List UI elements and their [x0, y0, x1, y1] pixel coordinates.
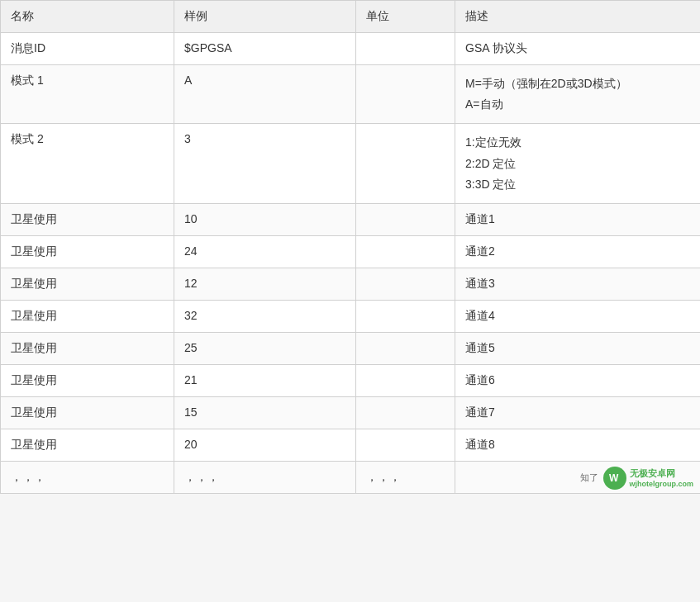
table-row: 模式 231:定位无效2:2D 定位3:3D 定位: [1, 124, 701, 204]
cell-desc: 通道2: [455, 235, 701, 268]
cell-desc-content: M=手动（强制在2D或3D模式）A=自动: [465, 73, 690, 115]
cell-example: A: [174, 65, 356, 124]
cell-unit: [356, 203, 455, 235]
cell-name: 卫星使用: [1, 364, 174, 396]
cell-example: 10: [174, 203, 356, 235]
watermark-logo-text: 无极安卓网: [630, 467, 694, 480]
cell-name: 卫星使用: [1, 429, 174, 461]
table-row: 卫星使用15通道7: [1, 396, 701, 429]
table-row: 卫星使用24通道2: [1, 235, 701, 268]
watermark: 知了W无极安卓网wjhotelgroup.com: [580, 467, 694, 490]
watermark-logo: W无极安卓网wjhotelgroup.com: [603, 467, 694, 490]
cell-desc-content: 1:定位无效2:2D 定位3:3D 定位: [465, 132, 690, 195]
cell-unit: [356, 268, 455, 300]
cell-unit: [356, 429, 455, 461]
cell-example: ，，，: [174, 461, 356, 493]
table-row: 消息ID$GPGSAGSA 协议头: [1, 33, 701, 65]
cell-example: 3: [174, 124, 356, 204]
cell-name: 模式 2: [1, 124, 174, 204]
watermark-icon: W: [603, 467, 626, 490]
cell-name: 模式 1: [1, 65, 174, 124]
cell-unit: [356, 332, 455, 364]
cell-example: 25: [174, 332, 356, 364]
table-header-row: 名称 样例 单位 描述: [1, 1, 701, 33]
table-row: ，，，，，，，，，知了W无极安卓网wjhotelgroup.com: [1, 461, 701, 493]
cell-example: 21: [174, 364, 356, 396]
table-row: 卫星使用10通道1: [1, 203, 701, 235]
cell-unit: [356, 235, 455, 268]
header-desc: 描述: [455, 1, 701, 33]
header-name: 名称: [1, 1, 174, 33]
cell-desc: M=手动（强制在2D或3D模式）A=自动: [455, 65, 701, 124]
cell-unit: [356, 65, 455, 124]
main-table-container: 名称 样例 单位 描述 消息ID$GPGSAGSA 协议头模式 1AM=手动（强…: [0, 0, 700, 494]
cell-name: 卫星使用: [1, 396, 174, 429]
cell-name: 卫星使用: [1, 268, 174, 300]
watermark-text: 知了: [580, 472, 598, 484]
cell-desc: 通道4: [455, 300, 701, 332]
table-row: 卫星使用12通道3: [1, 268, 701, 300]
cell-desc: GSA 协议头: [455, 33, 701, 65]
cell-unit: ，，，: [356, 461, 455, 493]
table-row: 卫星使用32通道4: [1, 300, 701, 332]
cell-unit: [356, 33, 455, 65]
cell-unit: [356, 364, 455, 396]
cell-desc: 通道3: [455, 268, 701, 300]
table-row: 模式 1AM=手动（强制在2D或3D模式）A=自动: [1, 65, 701, 124]
cell-desc: 通道6: [455, 364, 701, 396]
cell-name: 消息ID: [1, 33, 174, 65]
cell-example: 15: [174, 396, 356, 429]
cell-example: $GPGSA: [174, 33, 356, 65]
table-row: 卫星使用25通道5: [1, 332, 701, 364]
table-row: 卫星使用21通道6: [1, 364, 701, 396]
cell-example: 12: [174, 268, 356, 300]
cell-desc: 通道8: [455, 429, 701, 461]
watermark-site: wjhotelgroup.com: [630, 480, 694, 488]
cell-desc: 通道5: [455, 332, 701, 364]
cell-name: ，，，: [1, 461, 174, 493]
header-example: 样例: [174, 1, 356, 33]
cell-name: 卫星使用: [1, 332, 174, 364]
cell-unit: [356, 300, 455, 332]
data-table: 名称 样例 单位 描述 消息ID$GPGSAGSA 协议头模式 1AM=手动（强…: [0, 0, 700, 494]
cell-desc: 通道7: [455, 396, 701, 429]
cell-example: 20: [174, 429, 356, 461]
cell-desc: 通道1: [455, 203, 701, 235]
cell-name: 卫星使用: [1, 203, 174, 235]
cell-unit: [356, 396, 455, 429]
cell-example: 24: [174, 235, 356, 268]
table-row: 卫星使用20通道8: [1, 429, 701, 461]
header-unit: 单位: [356, 1, 455, 33]
cell-unit: [356, 124, 455, 204]
cell-example: 32: [174, 300, 356, 332]
cell-desc: 知了W无极安卓网wjhotelgroup.com: [455, 461, 701, 493]
svg-text:W: W: [609, 472, 619, 484]
cell-desc: 1:定位无效2:2D 定位3:3D 定位: [455, 124, 701, 204]
cell-name: 卫星使用: [1, 235, 174, 268]
cell-name: 卫星使用: [1, 300, 174, 332]
